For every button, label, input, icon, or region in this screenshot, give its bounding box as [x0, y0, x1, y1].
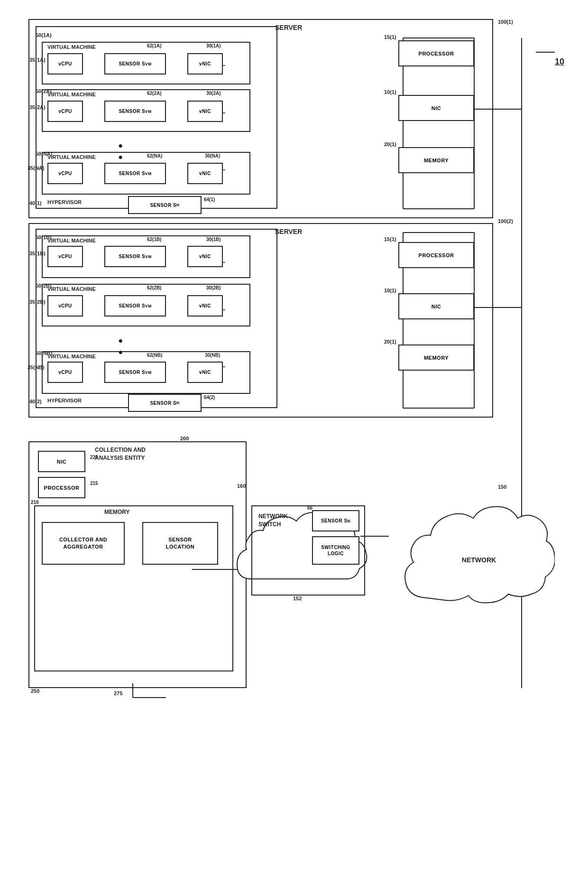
vm1a-vnic: vNIC — [187, 53, 223, 75]
server1-ref: 100(1) — [498, 19, 513, 25]
vm1a-vnic-ref: 30(1A) — [206, 43, 221, 48]
vm1b-vcpu: vCPU — [47, 246, 83, 267]
server1-memory-ref: 20(1) — [384, 141, 396, 147]
collection-processor-box: PROCESSOR — [38, 477, 85, 498]
figure-number: 10 — [555, 57, 564, 67]
bottom-ref: 275 — [114, 690, 122, 696]
server1-label: SERVER — [275, 24, 302, 31]
server2-memory-box: MEMORY — [398, 345, 474, 371]
diagram-container: 10 SERVER 100(1) PROCESSOR 15(1) NIC 10(… — [0, 0, 588, 885]
server1-nic-ref: 10(1) — [384, 89, 396, 95]
sensor-n-ref: 66 — [307, 505, 312, 511]
server1-sensor-h-ref: 64(1) — [204, 197, 215, 202]
server2-label: SERVER — [275, 228, 302, 235]
hypervisor1-ref: 40(1) — [29, 200, 42, 206]
network-switch-ref: 160 — [237, 483, 246, 489]
vmna-sensor: SENSOR SVM — [104, 163, 166, 184]
vmnb-header: VIRTUAL MACHINE — [47, 354, 96, 359]
server2-sensor-h-ref: 64(2) — [204, 395, 215, 400]
vm1a-group-ref: 50(1A) — [36, 32, 52, 38]
sensor-location-box: SENSORLOCATION — [142, 522, 218, 565]
vmna-vm-ref: 62(NA) — [147, 153, 162, 158]
vm1b-header: VIRTUAL MACHINE — [47, 238, 96, 243]
vm2a-vm-ref: 62(2A) — [147, 91, 162, 96]
vmna-vcpu: vCPU — [47, 163, 83, 184]
vm1a-header: VIRTUAL MACHINE — [47, 44, 96, 50]
vmna-header: VIRTUAL MACHINE — [47, 154, 96, 160]
server1-processor-box: PROCESSOR — [398, 40, 474, 66]
vm2b-header: VIRTUAL MACHINE — [47, 286, 96, 292]
collection-memory-ref: 210 — [31, 500, 39, 505]
network-cloud: NETWORK — [398, 484, 555, 622]
hypervisor1-label: HYPERVISOR — [47, 199, 82, 205]
server2-processor-box: PROCESSOR — [398, 242, 474, 268]
collection-processor-ref: 215 — [90, 481, 98, 486]
collection-nic-box: NIC — [38, 451, 85, 472]
vm1a-vm-ref: 62(1A) — [147, 43, 162, 48]
vm1b-vnic: vNIC — [187, 246, 223, 267]
hypervisor2-ref: 40(2) — [29, 399, 42, 404]
vm2b-vnic-ref: 30(2B) — [206, 285, 221, 290]
server2-sensor-h: SENSOR SH — [128, 394, 202, 412]
server2-nic-ref: 10(1) — [384, 288, 396, 293]
vmnb-vcpu: vCPU — [47, 362, 83, 383]
vm2a-header: VIRTUAL MACHINE — [47, 92, 96, 97]
vm2a-vnic: vNIC — [187, 101, 223, 122]
server1-memory-box: MEMORY — [398, 147, 474, 173]
vm1a-sensor: SENSOR SVM — [104, 53, 166, 75]
collector-aggregator-box: COLLECTOR ANDAGGREGATOR — [42, 522, 125, 565]
sensor-n-box: SENSOR SN — [312, 510, 359, 531]
server1-processor-ref: 15(1) — [384, 34, 396, 40]
vmnb-vm-ref: 62(NB) — [147, 353, 162, 358]
vmnb-vnic-ref: 30(NB) — [205, 353, 220, 358]
server2-ref: 100(2) — [498, 218, 513, 224]
vm2b-vm-ref: 62(2B) — [147, 285, 162, 290]
network-switch-label: NETWORKSWITCH — [258, 512, 288, 529]
server1-nic-box: NIC — [398, 95, 474, 121]
vm1b-vm-ref: 62(1B) — [147, 237, 162, 242]
collection-entity-label: COLLECTION ANDANALYSIS ENTITY — [95, 446, 146, 462]
switching-logic-box: SWITCHINGLOGIC — [312, 536, 359, 565]
vm2a-vnic-ref: 30(2A) — [206, 91, 221, 96]
vm2a-vcpu: vCPU — [47, 101, 83, 122]
collection-entity-ref: 200 — [180, 436, 189, 441]
vm1b-vnic-ref: 30(1B) — [206, 237, 221, 242]
vmna-vnic-ref: 30(NA) — [205, 153, 220, 158]
vmnb-sensor: SENSOR SVM — [104, 362, 166, 383]
collection-outer-ref: 250 — [31, 688, 39, 694]
vmnb-vnic: vNIC — [187, 362, 223, 383]
vm1b-sensor: SENSOR SVM — [104, 246, 166, 267]
server2-nic-box: NIC — [398, 293, 474, 319]
svg-text:NETWORK: NETWORK — [462, 556, 496, 564]
network-ref: 150 — [498, 484, 506, 490]
vm2b-vcpu: vCPU — [47, 295, 83, 317]
hypervisor2-label: HYPERVISOR — [47, 398, 82, 403]
vmna-vnic: vNIC — [187, 163, 223, 184]
vm2b-vnic: vNIC — [187, 295, 223, 317]
server2-memory-ref: 20(1) — [384, 339, 396, 345]
collection-memory-label: MEMORY — [104, 509, 130, 515]
server1-sensor-h: SENSOR SH — [128, 196, 202, 214]
server2-processor-ref: 15(1) — [384, 236, 396, 242]
vm1a-vcpu: vCPU — [47, 53, 83, 75]
network-switch-outer-ref: 152 — [293, 596, 302, 601]
vm2a-sensor: SENSOR SVM — [104, 101, 166, 122]
vm2b-sensor: SENSOR SVM — [104, 295, 166, 317]
collection-nic-ref: 220 — [90, 455, 98, 460]
